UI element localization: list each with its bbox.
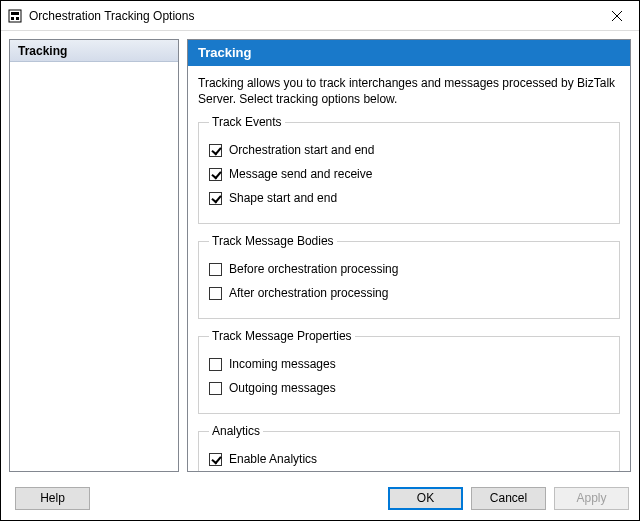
svg-rect-2 — [11, 17, 14, 20]
checkbox-label: Message send and receive — [229, 167, 372, 181]
checkbox-msg-send-receive[interactable]: Message send and receive — [209, 165, 609, 183]
checkbox-shape-start-end[interactable]: Shape start and end — [209, 189, 609, 207]
settings-panel: Tracking Tracking allows you to track in… — [187, 39, 631, 472]
checkbox-icon — [209, 382, 222, 395]
checkbox-icon — [209, 287, 222, 300]
checkbox-label: After orchestration processing — [229, 286, 388, 300]
group-track-bodies: Track Message Bodies Before orchestratio… — [198, 234, 620, 319]
checkbox-icon — [209, 168, 222, 181]
group-analytics: Analytics Enable Analytics — [198, 424, 620, 471]
checkbox-orch-start-end[interactable]: Orchestration start and end — [209, 141, 609, 159]
group-legend: Track Events — [209, 115, 285, 129]
group-legend: Track Message Bodies — [209, 234, 337, 248]
checkbox-icon — [209, 453, 222, 466]
checkbox-icon — [209, 192, 222, 205]
checkbox-enable-analytics[interactable]: Enable Analytics — [209, 450, 609, 468]
panel-header: Tracking — [188, 40, 630, 66]
checkbox-label: Shape start and end — [229, 191, 337, 205]
panel-body: Tracking allows you to track interchange… — [188, 66, 630, 471]
cancel-button[interactable]: Cancel — [471, 487, 546, 510]
checkbox-label: Outgoing messages — [229, 381, 336, 395]
help-button[interactable]: Help — [15, 487, 90, 510]
checkbox-label: Incoming messages — [229, 357, 336, 371]
checkbox-label: Enable Analytics — [229, 452, 317, 466]
svg-rect-0 — [9, 10, 21, 22]
nav-pane: Tracking — [9, 39, 179, 472]
checkbox-before-processing[interactable]: Before orchestration processing — [209, 260, 609, 278]
window-icon — [7, 8, 23, 24]
ok-button[interactable]: OK — [388, 487, 463, 510]
apply-button[interactable]: Apply — [554, 487, 629, 510]
nav-item-tracking[interactable]: Tracking — [10, 40, 178, 62]
footer: Help OK Cancel Apply — [1, 476, 639, 520]
close-button[interactable] — [594, 1, 639, 31]
group-track-properties: Track Message Properties Incoming messag… — [198, 329, 620, 414]
svg-rect-3 — [16, 17, 19, 20]
group-legend: Analytics — [209, 424, 263, 438]
content-area: Tracking Tracking Tracking allows you to… — [1, 31, 639, 476]
checkbox-icon — [209, 144, 222, 157]
nav-item-label: Tracking — [18, 44, 67, 58]
group-track-events: Track Events Orchestration start and end… — [198, 115, 620, 224]
group-legend: Track Message Properties — [209, 329, 355, 343]
window-title: Orchestration Tracking Options — [29, 9, 594, 23]
svg-rect-1 — [11, 12, 19, 15]
checkbox-after-processing[interactable]: After orchestration processing — [209, 284, 609, 302]
checkbox-outgoing-msgs[interactable]: Outgoing messages — [209, 379, 609, 397]
checkbox-label: Orchestration start and end — [229, 143, 374, 157]
checkbox-icon — [209, 358, 222, 371]
checkbox-label: Before orchestration processing — [229, 262, 398, 276]
panel-description: Tracking allows you to track interchange… — [198, 76, 620, 107]
titlebar: Orchestration Tracking Options — [1, 1, 639, 31]
checkbox-icon — [209, 263, 222, 276]
checkbox-incoming-msgs[interactable]: Incoming messages — [209, 355, 609, 373]
